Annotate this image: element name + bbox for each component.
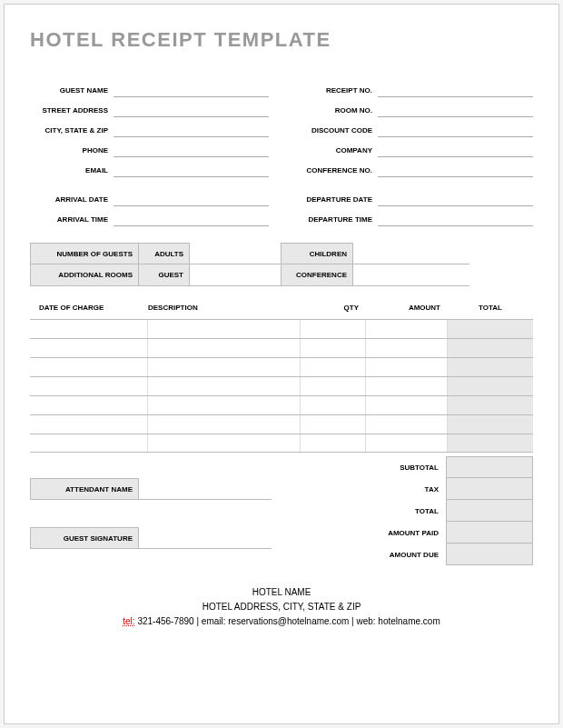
company-input[interactable] — [378, 137, 533, 157]
charge-row[interactable] — [30, 338, 533, 357]
conference-rooms-label: CONFERENCE — [281, 264, 353, 285]
page-title: HOTEL RECEIPT TEMPLATE — [30, 28, 533, 52]
receipt-no-input[interactable] — [378, 77, 533, 97]
guest-signature-input[interactable] — [139, 527, 272, 549]
arrival-date-input[interactable] — [114, 186, 269, 206]
city-state-zip-label: CITY, STATE & ZIP — [30, 126, 114, 137]
guest-receipt-section: GUEST NAME STREET ADDRESS CITY, STATE & … — [30, 77, 533, 226]
city-state-zip-input[interactable] — [114, 117, 269, 137]
adults-input[interactable] — [190, 243, 281, 264]
email-label: EMAIL — [30, 166, 114, 177]
footer: HOTEL NAME HOTEL ADDRESS, CITY, STATE & … — [30, 585, 533, 629]
street-address-input[interactable] — [114, 97, 269, 117]
amount-paid-label: AMOUNT PAID — [355, 529, 446, 537]
footer-tel-prefix: tel: — [123, 616, 134, 626]
company-label: COMPANY — [294, 146, 378, 157]
total-value[interactable] — [446, 500, 533, 522]
arrival-time-label: ARRIVAL TIME — [30, 215, 114, 226]
receipt-column: RECEIPT NO. ROOM NO. DISCOUNT CODE COMPA… — [294, 77, 533, 226]
subtotal-label: SUBTOTAL — [355, 464, 446, 472]
arrival-time-input[interactable] — [114, 206, 269, 226]
arrival-date-label: ARRIVAL DATE — [30, 195, 114, 206]
tax-label: TAX — [355, 485, 446, 494]
departure-time-input[interactable] — [378, 206, 533, 226]
amount-header: AMOUNT — [366, 304, 448, 312]
charge-row[interactable] — [30, 395, 533, 414]
attendant-name-label: ATTENDANT NAME — [30, 478, 139, 500]
date-of-charge-header: DATE OF CHARGE — [30, 304, 148, 312]
conference-no-label: CONFERENCE NO. — [294, 166, 378, 177]
attendant-name-input[interactable] — [139, 478, 272, 500]
guest-column: GUEST NAME STREET ADDRESS CITY, STATE & … — [30, 77, 269, 226]
amount-due-value[interactable] — [446, 544, 533, 565]
charge-row[interactable] — [30, 414, 533, 434]
description-header: DESCRIPTION — [148, 304, 301, 312]
guest-count-table: NUMBER OF GUESTS ADULTS CHILDREN ADDITIO… — [30, 243, 469, 286]
conference-no-input[interactable] — [378, 157, 533, 177]
footer-sep2: | web: — [349, 616, 378, 626]
receipt-no-label: RECEIPT NO. — [294, 86, 378, 97]
charge-row[interactable] — [30, 434, 533, 453]
charges-table: DATE OF CHARGE DESCRIPTION QTY AMOUNT TO… — [30, 295, 533, 453]
total-label: TOTAL — [355, 507, 446, 515]
street-address-label: STREET ADDRESS — [30, 106, 114, 117]
footer-contact: tel: 321-456-7890 | email: reservations@… — [30, 614, 533, 629]
phone-input[interactable] — [114, 137, 269, 157]
footer-sep1: | email: — [194, 616, 229, 626]
total-header: TOTAL — [448, 304, 533, 312]
charges-header-row: DATE OF CHARGE DESCRIPTION QTY AMOUNT TO… — [30, 295, 533, 319]
guest-rooms-label: GUEST — [139, 264, 190, 285]
charge-row[interactable] — [30, 376, 533, 395]
charge-row[interactable] — [30, 357, 533, 376]
hotel-receipt-page: HOTEL RECEIPT TEMPLATE GUEST NAME STREET… — [4, 4, 559, 724]
guest-rooms-input[interactable] — [190, 264, 281, 285]
tax-value[interactable] — [446, 478, 533, 500]
subtotal-value[interactable] — [446, 456, 533, 478]
guest-name-label: GUEST NAME — [30, 86, 114, 97]
departure-date-input[interactable] — [378, 186, 533, 206]
amount-paid-value[interactable] — [446, 522, 533, 544]
adults-label: ADULTS — [139, 243, 190, 264]
footer-web: hotelname.com — [378, 616, 440, 626]
footer-email: reservations@hotelname.com — [228, 616, 349, 626]
number-of-guests-label: NUMBER OF GUESTS — [30, 243, 139, 264]
conference-rooms-input[interactable] — [353, 264, 469, 285]
room-no-label: ROOM NO. — [294, 106, 378, 117]
departure-time-label: DEPARTURE TIME — [294, 215, 378, 226]
discount-code-label: DISCOUNT CODE — [294, 126, 378, 137]
charge-row[interactable] — [30, 319, 533, 338]
footer-address: HOTEL ADDRESS, CITY, STATE & ZIP — [30, 600, 533, 614]
departure-date-label: DEPARTURE DATE — [294, 195, 378, 206]
footer-hotel-name: HOTEL NAME — [30, 585, 533, 600]
amount-due-label: AMOUNT DUE — [355, 551, 446, 559]
phone-label: PHONE — [30, 146, 114, 157]
summary-section: SUBTOTAL TAX TOTAL AMOUNT PAID AMOUNT DU… — [30, 456, 533, 565]
discount-code-input[interactable] — [378, 117, 533, 137]
guest-name-input[interactable] — [114, 77, 269, 97]
footer-tel: 321-456-7890 — [135, 616, 194, 626]
additional-rooms-label: ADDITIONAL ROOMS — [30, 264, 139, 285]
children-label: CHILDREN — [281, 243, 353, 264]
room-no-input[interactable] — [378, 97, 533, 117]
children-input[interactable] — [353, 243, 469, 264]
guest-signature-label: GUEST SIGNATURE — [30, 527, 139, 549]
email-input[interactable] — [114, 157, 269, 177]
qty-header: QTY — [301, 304, 366, 312]
